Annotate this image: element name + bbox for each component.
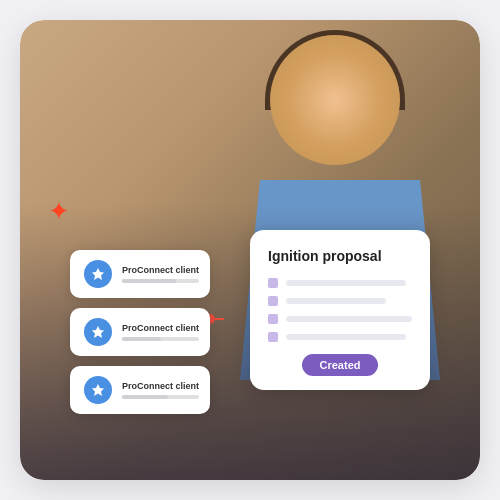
proposal-card: Ignition proposal Created <box>250 230 430 390</box>
proposal-line-3 <box>286 316 412 322</box>
client-info-1: ProConnect client <box>122 265 199 283</box>
client-name-1: ProConnect client <box>122 265 199 275</box>
client-icon-3 <box>84 376 112 404</box>
client-bar-2 <box>122 337 199 341</box>
client-name-2: ProConnect client <box>122 323 199 333</box>
proposal-row-4 <box>268 332 412 342</box>
client-card-1: ProConnect client <box>70 250 210 298</box>
proposal-dot-2 <box>268 296 278 306</box>
client-icon-2 <box>84 318 112 346</box>
client-card-2: ProConnect client <box>70 308 210 356</box>
proposal-row-2 <box>268 296 412 306</box>
client-bar-3 <box>122 395 199 399</box>
client-bar-1 <box>122 279 199 283</box>
client-bar-fill-2 <box>122 337 161 341</box>
client-card-3: ProConnect client <box>70 366 210 414</box>
proposal-dot-1 <box>268 278 278 288</box>
client-cards-panel: ProConnect client ProConnect client <box>70 250 210 414</box>
client-info-3: ProConnect client <box>122 381 199 399</box>
proposal-line-1 <box>286 280 406 286</box>
sparkle-icon: ✦ <box>48 198 76 226</box>
proposal-row-1 <box>268 278 412 288</box>
client-name-3: ProConnect client <box>122 381 199 391</box>
client-info-2: ProConnect client <box>122 323 199 341</box>
proposal-line-2 <box>286 298 386 304</box>
client-icon-1 <box>84 260 112 288</box>
proposal-title: Ignition proposal <box>268 248 412 264</box>
client-bar-fill-1 <box>122 279 176 283</box>
proposal-dot-4 <box>268 332 278 342</box>
proposal-line-4 <box>286 334 406 340</box>
created-badge: Created <box>302 354 379 376</box>
proposal-footer: Created <box>268 354 412 376</box>
person-face <box>270 35 400 165</box>
proposal-row-3 <box>268 314 412 324</box>
main-card: ✦ ProConnect client ProC <box>20 20 480 480</box>
connector-line <box>210 318 224 320</box>
proposal-dot-3 <box>268 314 278 324</box>
client-bar-fill-3 <box>122 395 168 399</box>
